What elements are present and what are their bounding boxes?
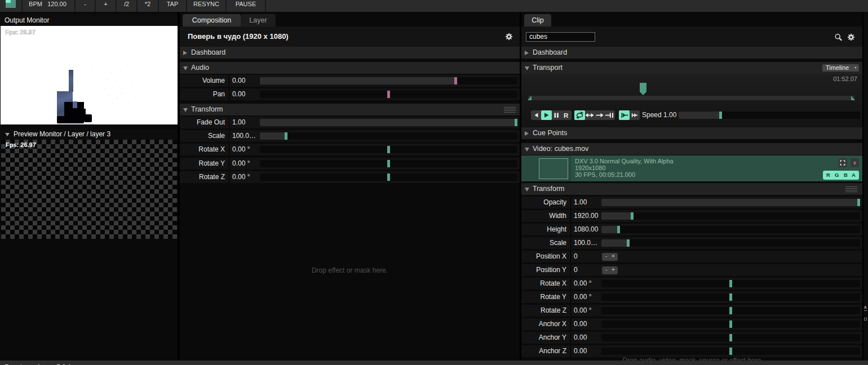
svg-text:R: R xyxy=(564,112,569,119)
